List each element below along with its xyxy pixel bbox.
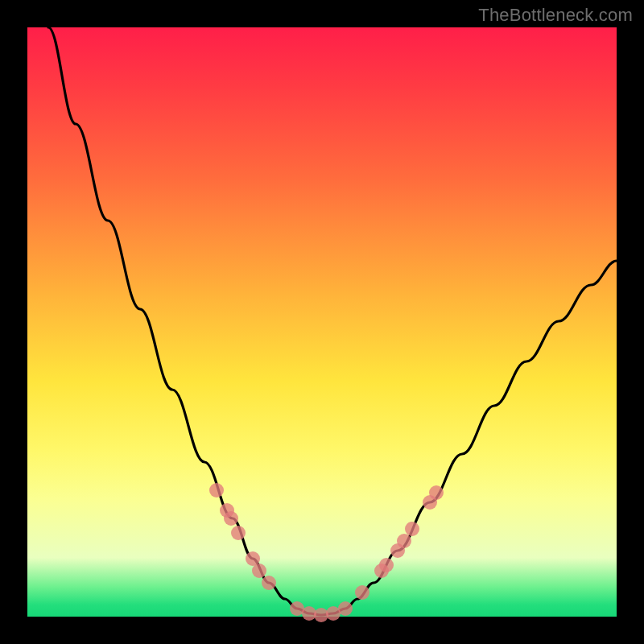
chart-frame: TheBottleneck.com	[0, 0, 644, 644]
highlight-dot	[262, 576, 276, 590]
highlight-dot	[231, 526, 246, 540]
highlight-dot	[397, 534, 411, 548]
highlight-dot	[338, 601, 353, 616]
plot-area	[27, 27, 617, 617]
bottleneck-curve	[48, 27, 617, 615]
curve-svg	[27, 27, 617, 617]
highlight-dot	[405, 522, 419, 536]
highlight-dot	[429, 485, 444, 500]
highlight-dots	[209, 483, 444, 622]
curve-path-group	[48, 27, 617, 615]
highlight-dot	[252, 564, 266, 578]
watermark-text: TheBottleneck.com	[478, 5, 633, 26]
highlight-dot	[209, 483, 224, 497]
highlight-dot	[355, 585, 369, 600]
highlight-dot	[224, 511, 238, 526]
highlight-dot	[379, 558, 394, 572]
